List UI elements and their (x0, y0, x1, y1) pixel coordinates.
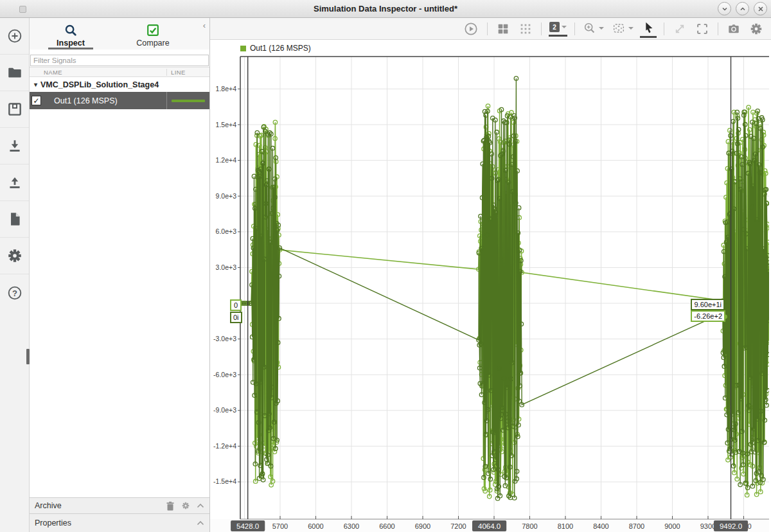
svg-text:-6.0e+3: -6.0e+3 (213, 371, 236, 378)
camera-icon (727, 22, 741, 36)
svg-text:6000: 6000 (308, 522, 323, 530)
open-button[interactable] (0, 55, 29, 91)
close-button[interactable] (754, 2, 767, 15)
pan-button[interactable] (671, 21, 688, 37)
dropdown-caret-icon[interactable] (628, 27, 634, 30)
archive-bar[interactable]: Archive (30, 497, 209, 513)
signal-panel: Inspect Compare ‹ NAME LINE ▾ VM (30, 18, 210, 532)
dropdown-caret-icon[interactable] (599, 27, 604, 30)
plus-circle-icon (6, 28, 23, 44)
svg-text:-1.2e+4: -1.2e+4 (213, 442, 236, 450)
edit-sublayout-button[interactable] (517, 21, 534, 37)
column-line: LINE (166, 69, 209, 76)
svg-text:9000: 9000 (664, 522, 680, 530)
preferences-button[interactable] (0, 238, 29, 274)
signal-row[interactable]: ✓ Out1 (126 MSPS) (30, 92, 209, 109)
svg-text:1.2e+4: 1.2e+4 (216, 156, 237, 164)
properties-bar[interactable]: Properties (30, 513, 209, 532)
tab-inspect[interactable]: Inspect (30, 18, 112, 49)
download-arrow-icon (6, 137, 23, 154)
app-window: Simulation Data Inspector - untitled* (0, 0, 771, 532)
gear-icon[interactable] (181, 501, 190, 510)
import-button[interactable] (0, 128, 29, 164)
create-report-button[interactable] (0, 201, 29, 238)
plot-canvas[interactable]: 1.8e+41.5e+41.2e+49.0e+36.0e+33.0e+3-3.0… (210, 40, 769, 532)
svg-text:6600: 6600 (379, 522, 394, 530)
minimize-button[interactable] (718, 2, 731, 15)
fit-to-view-icon (611, 21, 626, 35)
svg-text:3.0e+3: 3.0e+3 (216, 263, 237, 271)
playback-controls-button[interactable] (462, 20, 480, 38)
svg-text:-1.5e+4: -1.5e+4 (213, 477, 236, 485)
app-icon (19, 6, 26, 13)
svg-text:7800: 7800 (522, 522, 537, 530)
column-name: NAME (30, 69, 166, 76)
diagonal-arrows-icon (673, 22, 687, 36)
data-cursors-button[interactable]: 2 (549, 21, 567, 37)
upload-arrow-icon (6, 174, 23, 191)
document-icon (6, 211, 23, 227)
gear-icon (749, 22, 763, 36)
dropdown-caret-icon[interactable] (562, 26, 567, 28)
gear-icon (6, 247, 23, 264)
trash-icon[interactable] (166, 501, 175, 511)
archive-label: Archive (35, 501, 166, 510)
export-button[interactable] (0, 164, 29, 201)
signal-line-cell[interactable] (166, 92, 209, 109)
svg-text:9.0e+3: 9.0e+3 (216, 192, 237, 200)
group-expand-caret[interactable]: ▾ (34, 81, 37, 88)
chevron-up-icon[interactable] (197, 520, 204, 526)
signal-group-row[interactable]: ▾ VMC_DSPLib_Solution_Stage4 (30, 77, 209, 92)
svg-text:1.5e+4: 1.5e+4 (216, 121, 237, 129)
help-button[interactable]: ? (0, 274, 29, 311)
cursor1-real-readout: 0 (230, 299, 242, 311)
plot-toolbar: 2 (210, 18, 771, 40)
plot-legend[interactable]: Out1 (126 MSPS) (240, 44, 311, 53)
chevron-down-icon (721, 5, 729, 13)
fit-to-view-button[interactable] (610, 20, 634, 38)
titlebar: Simulation Data Inspector - untitled* (0, 0, 771, 18)
toolbar-separator (664, 22, 664, 35)
toolbar-separator (487, 22, 488, 35)
new-session-button[interactable] (0, 18, 29, 55)
signal-checkbox[interactable]: ✓ (31, 96, 41, 105)
legend-label: Out1 (126 MSPS) (250, 44, 311, 53)
svg-text:8400: 8400 (593, 522, 608, 530)
layout-grid-icon (496, 22, 510, 36)
zoom-in-button[interactable] (582, 20, 605, 38)
zoom-in-icon (583, 21, 597, 35)
plot-settings-button[interactable] (748, 21, 765, 37)
pointer-tool-button[interactable] (640, 19, 657, 38)
fullscreen-button[interactable] (694, 21, 711, 37)
filter-signals-input[interactable] (30, 55, 209, 66)
close-icon (757, 5, 765, 13)
maximize-button[interactable] (736, 2, 749, 15)
question-circle-icon: ? (6, 285, 23, 301)
window-title: Simulation Data Inspector - untitled* (0, 4, 771, 13)
svg-text:8700: 8700 (629, 522, 644, 530)
snapshot-button[interactable] (725, 21, 742, 37)
tab-compare[interactable]: Compare (112, 18, 194, 49)
toolbar-separator (718, 22, 718, 35)
signal-table-header: NAME LINE (30, 67, 209, 77)
svg-text:1.8e+4: 1.8e+4 (216, 85, 237, 93)
svg-text:6900: 6900 (415, 522, 430, 530)
save-button[interactable] (0, 91, 29, 128)
svg-text:7200: 7200 (450, 522, 466, 530)
cursor-count-badge: 2 (549, 22, 560, 32)
floppy-disk-icon (6, 101, 23, 118)
svg-text:9300: 9300 (700, 522, 716, 530)
svg-text:6300: 6300 (344, 522, 359, 530)
group-label: VMC_DSPLib_Solution_Stage4 (40, 80, 159, 89)
chevron-up-icon[interactable] (197, 503, 204, 508)
fullscreen-brackets-icon (695, 22, 709, 36)
svg-text:-9.0e+3: -9.0e+3 (213, 406, 236, 414)
svg-text:-3.0e+3: -3.0e+3 (213, 335, 236, 342)
sublayout-dotted-grid-icon (518, 22, 533, 36)
panel-collapse-chevron[interactable]: ‹ (203, 21, 206, 30)
svg-text:4064.0: 4064.0 (478, 522, 501, 530)
chevron-up-icon (739, 5, 747, 13)
signal-label: Out1 (126 MSPS) (41, 96, 166, 105)
pointer-arrow-icon (641, 21, 655, 35)
layout-grid-button[interactable] (495, 21, 511, 37)
